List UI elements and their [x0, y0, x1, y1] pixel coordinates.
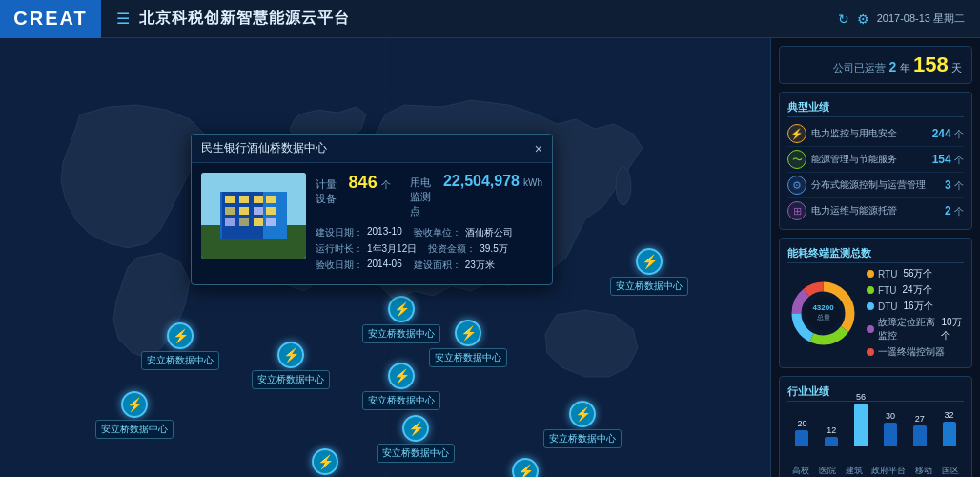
marker-icon-m6: ⚡ — [402, 415, 429, 442]
svg-rect-19 — [254, 218, 263, 226]
map-marker-m2[interactable]: ⚡ 安立桥数据中心 — [252, 342, 330, 389]
detail-val-0a: 2013-10 — [367, 226, 402, 239]
energy-label: 用电监测点 — [410, 176, 439, 218]
bar-rect-0 — [795, 430, 808, 446]
logo-text: CREAT — [13, 8, 87, 30]
typical-num-0: 244 — [932, 127, 951, 140]
header-title-area: ☰ 北京科税创新智慧能源云平台 — [101, 9, 838, 29]
popup-body: 计量设备 846 个 用电监测点 22,504,978 kWh 建设日期： 20… — [192, 163, 552, 284]
svg-point-1 — [616, 167, 631, 205]
typical-item-0: ⚡ 电力监控与用电安全 244 个 — [787, 121, 964, 147]
popup-close-button[interactable]: × — [535, 141, 542, 156]
map-marker-m11[interactable]: ⚡ 安立桥数据中心 — [610, 248, 688, 296]
svg-rect-12 — [225, 207, 235, 215]
detail-key-1b: 投资金额： — [428, 242, 476, 256]
legend-val-2: 16万个 — [904, 300, 933, 313]
typical-item-2: ⚙ 分布式能源控制与运营管理 3 个 — [787, 173, 964, 198]
map-marker-m8[interactable]: ⚡ 安立桥数据中心 — [362, 296, 440, 343]
menu-icon[interactable]: ☰ — [116, 10, 130, 28]
map-marker-m6[interactable]: ⚡ 安立桥数据中心 — [377, 415, 455, 463]
map-marker-m5[interactable]: ⚡ 安立桥数据中心 — [95, 391, 174, 439]
popup-card: 民生银行酒仙桥数据中心 × — [191, 134, 553, 285]
svg-rect-18 — [239, 218, 249, 226]
header-right: ↻ ⚙ 2017-08-13 星期二 — [838, 11, 980, 27]
refresh-icon[interactable]: ↻ — [838, 11, 849, 27]
detail-key-2b: 建设面积： — [414, 259, 461, 272]
map-marker-m7[interactable]: ⚡ 安立桥数据中心 — [543, 401, 622, 448]
map-marker-m3[interactable]: ⚡ 安立桥数据中心 — [362, 363, 440, 410]
marker-icon-m9: ⚡ — [312, 448, 338, 475]
marker-icon-m1: ⚡ — [167, 322, 194, 349]
device-label: 计量设备 — [316, 177, 345, 206]
marker-icon-m4: ⚡ — [455, 320, 481, 346]
legend-dot-4 — [867, 348, 874, 356]
typical-text-2: 分布式能源控制与运营管理 — [811, 178, 926, 192]
bar-label-0: 高校 — [792, 465, 809, 477]
energy-value: 22,504,978 — [443, 173, 520, 190]
company-running: 公司已运营 2 年 158 天 — [779, 46, 972, 84]
typical-icon-3: ⊞ — [787, 201, 806, 220]
svg-rect-11 — [254, 196, 263, 203]
device-unit: 个 — [381, 178, 391, 192]
map-area: ⚡ 安立桥数据中心 ⚡ 安立桥数据中心 ⚡ 安立桥数据中心 ⚡ 安立桥数据中心 … — [0, 38, 770, 477]
device-value: 846 — [349, 173, 378, 193]
svg-rect-14 — [254, 207, 263, 215]
device-stat: 计量设备 846 个 — [316, 173, 391, 218]
bar-group-1: 12 — [825, 425, 838, 446]
marker-icon-m7: ⚡ — [569, 401, 596, 427]
svg-text:总量: 总量 — [816, 314, 830, 321]
legend-label-0: RTU — [878, 269, 897, 280]
map-marker-m1[interactable]: ⚡ 安立桥数据中心 — [141, 322, 219, 370]
detail-key-2a: 验收日期： — [316, 259, 363, 272]
bar-group-2: 56 — [854, 392, 868, 446]
typical-left-0: ⚡ 电力监控与用电安全 — [787, 124, 897, 143]
legend-dot-1 — [867, 286, 874, 294]
typical-unit-2: 个 — [954, 180, 964, 191]
marker-label-m5: 安立桥数据中心 — [95, 420, 174, 439]
bar-chart-area: 20 12 56 30 27 32 — [787, 405, 964, 463]
popup-header: 民生银行酒仙桥数据中心 × — [192, 135, 552, 163]
typical-unit-0: 个 — [954, 129, 964, 139]
typical-unit-1: 个 — [954, 155, 964, 165]
bar-group-4: 27 — [913, 414, 927, 446]
running-days: 158 — [913, 52, 949, 76]
donut-wrapper: 43200 总量 RTU 56万个 FTU 24万个 DTU 16万个 故障定位… — [787, 267, 964, 362]
detail-key-0b: 验收单位： — [414, 226, 461, 239]
typical-items: ⚡ 电力监控与用电安全 244 个 〜 能源管理与节能服务 154 个 ⚙ 分布… — [787, 121, 964, 223]
typical-count-1: 154 个 — [932, 153, 964, 167]
svg-rect-9 — [225, 196, 235, 203]
detail-val-0b: 酒仙桥公司 — [465, 226, 513, 239]
legend-item-4: 一遥终端控制器 — [867, 345, 964, 359]
legend-label-3: 故障定位距离监控 — [878, 316, 935, 342]
bar-label-2: 建筑 — [846, 465, 863, 477]
marker-icon-m5: ⚡ — [121, 391, 148, 418]
bar-label-3: 政府平台 — [871, 465, 906, 477]
popup-building-image — [201, 173, 306, 259]
legend-item-0: RTU 56万个 — [867, 267, 964, 280]
typical-section: 典型业绩 ⚡ 电力监控与用电安全 244 个 〜 能源管理与节能服务 154 个… — [779, 92, 972, 230]
marker-icon-m3: ⚡ — [388, 363, 415, 389]
running-label: 公司已运营 — [833, 62, 886, 73]
marker-label-m7: 安立桥数据中心 — [543, 429, 622, 448]
marker-icon-m10: ⚡ — [512, 458, 539, 477]
logo: CREAT — [0, 0, 101, 38]
marker-label-m8: 安立桥数据中心 — [362, 324, 440, 343]
typical-left-2: ⚙ 分布式能源控制与运营管理 — [787, 176, 926, 195]
typical-section-title: 典型业绩 — [787, 98, 964, 117]
detail-val-2a: 2014-06 — [367, 259, 402, 272]
detail-key-1a: 运行时长： — [316, 242, 363, 256]
bar-labels-row: 高校医院建筑政府平台移动国区 — [787, 465, 964, 477]
legend-label-2: DTU — [878, 301, 898, 312]
marker-icon-m11: ⚡ — [636, 248, 663, 275]
bar-rect-3 — [884, 423, 897, 446]
running-days-unit: 天 — [951, 62, 962, 73]
energy-stat: 用电监测点 22,504,978 kWh — [410, 173, 542, 218]
svg-text:43200: 43200 — [812, 303, 834, 312]
bar-label-1: 医院 — [819, 465, 836, 477]
settings-icon[interactable]: ⚙ — [857, 11, 869, 27]
map-marker-m10[interactable]: ⚡ 安立桥数据中心 — [486, 458, 564, 477]
map-marker-m9[interactable]: ⚡ 安立桥数据中心 — [286, 448, 364, 477]
map-marker-m4[interactable]: ⚡ 安立桥数据中心 — [429, 320, 507, 367]
svg-rect-10 — [239, 196, 249, 203]
legend-dot-0 — [867, 270, 874, 278]
